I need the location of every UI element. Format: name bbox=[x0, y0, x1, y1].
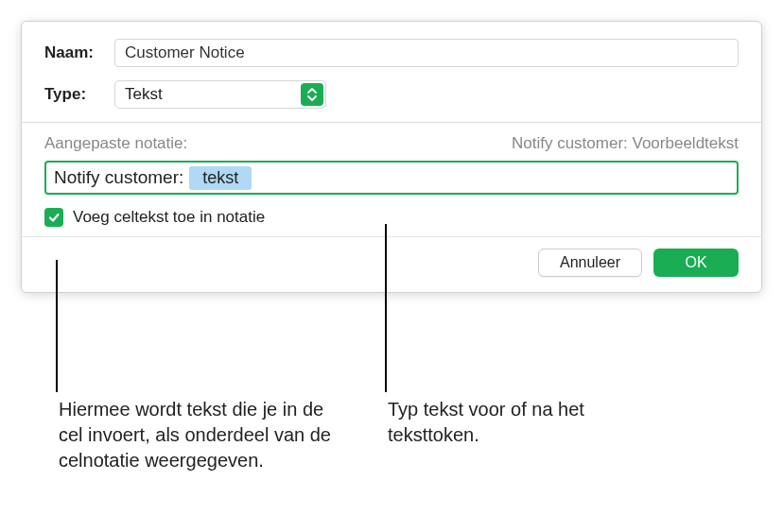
type-row: Type: Tekst bbox=[44, 80, 739, 109]
naam-row: Naam: bbox=[44, 39, 739, 67]
callout-text-right: Typ tekst voor of na het teksttoken. bbox=[388, 397, 615, 448]
button-row: Annuleer OK bbox=[22, 236, 761, 292]
checkbox-label: Voeg celtekst toe in notatie bbox=[73, 208, 265, 227]
dialog-top-section: Naam: Type: Tekst bbox=[22, 22, 761, 122]
callout-line-right bbox=[385, 224, 387, 392]
checkbox-row: Voeg celtekst toe in notatie bbox=[44, 208, 739, 227]
include-celltext-checkbox[interactable] bbox=[44, 208, 63, 227]
preview-text: Notify customer: Voorbeeldtekst bbox=[512, 134, 739, 153]
format-prefix: Notify customer: bbox=[54, 167, 183, 188]
callout-line-left bbox=[56, 260, 58, 392]
callout-text-left: Hiermee wordt tekst die je in de cel inv… bbox=[59, 397, 342, 473]
updown-icon bbox=[301, 83, 323, 106]
format-field[interactable]: Notify customer: tekst bbox=[44, 161, 739, 195]
format-header: Aangepaste notatie: Notify customer: Voo… bbox=[44, 134, 739, 153]
type-value: Tekst bbox=[125, 85, 163, 104]
cancel-button[interactable]: Annuleer bbox=[538, 249, 642, 277]
naam-input[interactable] bbox=[114, 39, 739, 67]
checkmark-icon bbox=[47, 211, 61, 224]
type-select[interactable]: Tekst bbox=[114, 80, 326, 109]
format-dialog: Naam: Type: Tekst Aangepaste notatie: No… bbox=[21, 21, 762, 293]
format-section: Aangepaste notatie: Notify customer: Voo… bbox=[22, 123, 761, 236]
ok-button[interactable]: OK bbox=[653, 249, 739, 277]
naam-label: Naam: bbox=[44, 43, 114, 62]
type-label: Type: bbox=[44, 85, 114, 104]
format-label: Aangepaste notatie: bbox=[44, 134, 187, 153]
text-token[interactable]: tekst bbox=[189, 166, 252, 190]
